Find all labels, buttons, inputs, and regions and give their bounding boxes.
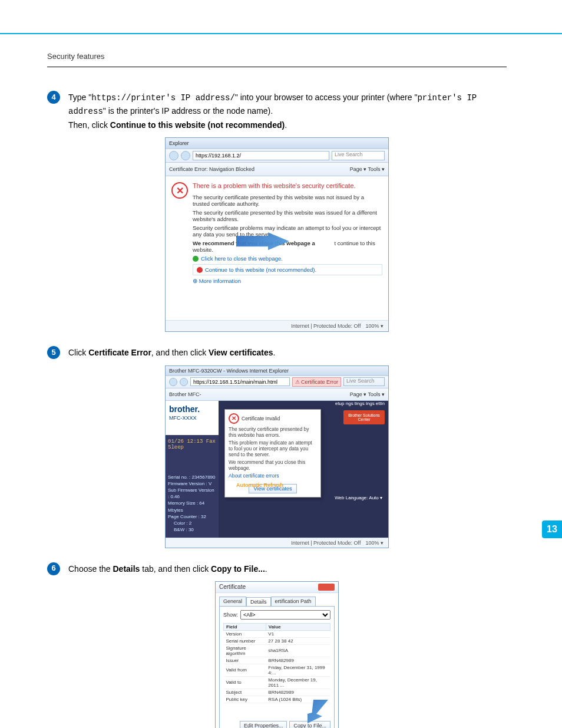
s2-zoom[interactable]: 100% ▾: [365, 540, 384, 546]
show-label: Show:: [223, 612, 238, 618]
s1-statusbar: Internet | Protected Mode: Off 100% ▾: [166, 320, 388, 331]
screenshot-3-wrap: Certificate General Details ertification…: [47, 581, 507, 728]
continue-link-box[interactable]: Continue to this website (not recommende…: [193, 264, 382, 275]
table-row[interactable]: Signature algorithmsha1RSA: [224, 644, 330, 657]
s2-url-input[interactable]: [190, 377, 290, 386]
s3-button-row: Edit Properties... Copy to File...: [240, 721, 330, 728]
cell-value: BRN482989: [266, 657, 330, 664]
s2-tools[interactable]: Page ▾ Tools ▾: [350, 391, 385, 397]
col-field: Field: [224, 623, 266, 630]
green-dot-icon: [193, 256, 199, 262]
table-row[interactable]: VersionV1: [224, 630, 330, 637]
stat-serial: Serial no. : 234567890: [168, 474, 216, 480]
s1-heading: There is a problem with this website's s…: [193, 182, 382, 189]
s1-tabbar: Certificate Error: Navigation Blocked Pa…: [166, 163, 388, 176]
cell-field: Issuer: [224, 657, 266, 664]
s1-p3: Security certificate problems may indica…: [193, 225, 382, 238]
cell-field: Public key: [224, 696, 266, 703]
tab-details[interactable]: Details: [246, 597, 271, 607]
cell-value: 27 28 38 42: [266, 637, 330, 644]
search-input[interactable]: Live Search: [332, 151, 385, 160]
section-header: Security features: [47, 52, 507, 61]
popup-p3: We recommend that you close this webpage…: [229, 459, 317, 471]
step4-line2c: .: [285, 120, 287, 130]
step-5-number: 5: [47, 346, 60, 359]
show-select[interactable]: <All>: [240, 610, 330, 620]
screenshot-3: Certificate General Details ertification…: [215, 581, 339, 728]
table-row[interactable]: Valid fromFriday, December 31, 1999 4:..…: [224, 664, 330, 676]
s2-addressbar: ⚠ Certificate Error Live Search: [166, 375, 388, 388]
tab-general[interactable]: General: [219, 597, 246, 606]
s1-p2: The security certificate presented by th…: [193, 209, 382, 222]
table-row[interactable]: IssuerBRN482989: [224, 657, 330, 664]
automatic-refresh-link[interactable]: Automatic Refresh: [224, 482, 295, 488]
popup-about-link[interactable]: About certificate errors: [229, 473, 317, 479]
stat-color: Color : 2: [168, 520, 216, 526]
table-row[interactable]: SubjectBRN482989: [224, 689, 330, 696]
close-webpage-link[interactable]: Click here to close this webpage.: [201, 255, 283, 262]
s2-status: Internet | Protected Mode: Off: [291, 540, 361, 546]
step-6-number: 6: [47, 562, 60, 575]
s2-stats: Serial no. : 234567890 Firmware Version …: [168, 474, 216, 533]
model-label: MFC-XXXX: [169, 415, 222, 421]
s1-content: There is a problem with this website's s…: [193, 182, 382, 284]
step6-t2: tab, and then click: [140, 564, 211, 574]
step6-t1: Choose the: [68, 564, 113, 574]
step5-t1: Click: [68, 348, 88, 357]
s2-tab-caption[interactable]: Brother MFC-: [169, 391, 201, 397]
cell-value: Monday, December 19, 2011 ...: [266, 676, 330, 689]
s1-tools[interactable]: Page ▾ Tools ▾: [350, 166, 385, 172]
s2-search-input[interactable]: Live Search: [343, 377, 385, 386]
s1-status: Internet | Protected Mode: Off: [291, 323, 361, 329]
step-5: 5 Click Certificate Error, and then clic…: [47, 346, 507, 359]
s2-titlebar: Brother MFC-9320CW - Windows Internet Ex…: [166, 366, 388, 375]
cell-value: Friday, December 31, 1999 4:...: [266, 664, 330, 676]
show-row: Show: <All>: [223, 610, 330, 620]
s1-tab-caption[interactable]: Certificate Error: Navigation Blocked: [169, 166, 254, 172]
s1-zoom[interactable]: 100% ▾: [365, 323, 384, 329]
web-language-select[interactable]: Web Language: Auto ▾: [335, 495, 382, 500]
step-6: 6 Choose the Details tab, and then click…: [47, 562, 507, 575]
step-4: 4 Type "https://printer's IP address/" i…: [47, 91, 507, 131]
table-row[interactable]: Valid toMonday, December 19, 2011 ...: [224, 676, 330, 689]
s2-tabbar: Brother MFC- Page ▾ Tools ▾: [166, 388, 388, 401]
s2-dark-panel: 01/26 12:13 Fax Sleep Serial no. : 23456…: [166, 435, 219, 540]
tab-cert-path[interactable]: ertification Path: [271, 597, 316, 606]
chapter-side-tab: 13: [542, 521, 562, 538]
top-band: [0, 0, 562, 34]
s2-back-button[interactable]: [169, 378, 177, 386]
screenshot-2-wrap: Brother MFC-9320CW - Windows Internet Ex…: [47, 365, 507, 548]
cell-field: Subject: [224, 689, 266, 696]
cell-field: Serial number: [224, 637, 266, 644]
table-row[interactable]: Serial number27 28 38 42: [224, 637, 330, 644]
more-info-link[interactable]: ⊕ More information: [193, 278, 382, 284]
stat-fw: Firmware Version : V: [168, 480, 216, 487]
s2-forward-button[interactable]: [180, 378, 188, 386]
step4-text2: " into your browser to access your print…: [235, 93, 418, 102]
forward-button[interactable]: [181, 151, 190, 160]
popup-title: Certificate Invalid: [242, 416, 280, 421]
brother-solutions-center-link[interactable]: Brother Solutions Center: [343, 410, 385, 424]
back-button[interactable]: [169, 151, 178, 160]
popup-p1: The security certificate presented by th…: [229, 426, 317, 438]
step5-b1: Certificate Error: [88, 348, 151, 357]
step4-line2a: Then, click: [68, 120, 110, 130]
cell-value: BRN482989: [266, 689, 330, 696]
step4-text1: Type ": [68, 93, 91, 102]
step5-t2: , and then click: [151, 348, 209, 357]
step4-line2b: Continue to this website (not recommende…: [110, 120, 285, 130]
certificate-error-button[interactable]: ⚠ Certificate Error: [292, 377, 341, 387]
screenshot-1-wrap: Explorer Live Search Certificate Error: …: [47, 137, 507, 332]
s1-p1: The security certificate presented by th…: [193, 194, 382, 207]
brother-logo: brother.: [169, 404, 222, 414]
s1-title-suffix: Explorer: [169, 140, 189, 146]
url-input[interactable]: [193, 151, 329, 160]
s3-titlebar: Certificate: [216, 582, 338, 593]
close-button[interactable]: [318, 584, 335, 591]
cell-field: Valid to: [224, 676, 266, 689]
stat-bw: B&W : 30: [168, 526, 216, 533]
edit-properties-button[interactable]: Edit Properties...: [240, 721, 287, 728]
s2-right-tabs[interactable]: etup ngs tings ings ettin: [335, 401, 385, 406]
continue-link[interactable]: Continue to this website (not recommende…: [205, 266, 316, 273]
s3-pane: Show: <All> FieldValue VersionV1Serial n…: [219, 606, 335, 728]
